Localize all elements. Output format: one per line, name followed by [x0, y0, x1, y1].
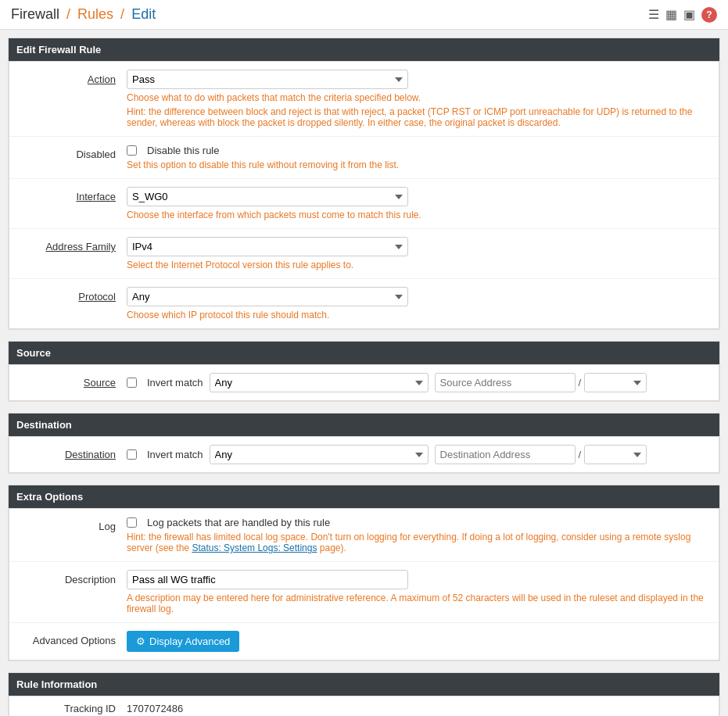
source-panel: Source Invert match Any Network Single h…: [9, 364, 719, 401]
breadcrumb-edit: Edit: [131, 6, 156, 22]
destination-header: Destination: [9, 413, 719, 436]
source-label: Source: [17, 373, 127, 388]
main-content: Edit Firewall Rule Action Pass Block Rej…: [0, 30, 728, 716]
source-mask-select[interactable]: [584, 373, 647, 392]
source-section: Source Source Invert match Any Network S…: [8, 341, 720, 402]
rule-information-section: Rule Information Tracking ID 1707072486 …: [8, 672, 720, 716]
log-row: Log Log packets that are handled by this…: [9, 509, 719, 562]
action-hint1: Choose what to do with packets that matc…: [127, 92, 711, 103]
tracking-id-label: Tracking ID: [17, 703, 127, 714]
extra-options-section: Extra Options Log Log packets that are h…: [8, 485, 720, 661]
protocol-row: Protocol Any TCP UDP TCP/UDP ICMP Choose…: [9, 279, 719, 328]
source-row: Source Invert match Any Network Single h…: [9, 365, 719, 400]
log-hint-link[interactable]: Status: System Logs: Settings: [192, 542, 317, 553]
breadcrumb-firewall[interactable]: Firewall: [11, 6, 59, 22]
disabled-checkbox[interactable]: [127, 145, 137, 156]
disabled-label: Disabled: [17, 145, 127, 160]
advanced-options-label: Advanced Options: [17, 631, 127, 646]
edit-firewall-rule-header: Edit Firewall Rule: [9, 38, 719, 61]
advanced-options-content: ⚙ Display Advanced: [127, 631, 711, 652]
address-family-select[interactable]: IPv4 IPv6 IPv4+IPv6: [127, 237, 408, 256]
advanced-options-row: Advanced Options ⚙ Display Advanced: [9, 623, 719, 660]
description-row: Description A description may be entered…: [9, 562, 719, 623]
destination-panel: Destination Invert match Any Network Sin…: [9, 436, 719, 473]
tracking-id-row: Tracking ID 1707072486: [9, 696, 719, 716]
disabled-row: Disabled Disable this rule Set this opti…: [9, 137, 719, 179]
address-family-hint: Select the Internet Protocol version thi…: [127, 260, 711, 270]
list-icon[interactable]: ☰: [648, 7, 659, 22]
top-icons: ☰ ▦ ▣ ?: [648, 7, 717, 23]
display-advanced-label: Display Advanced: [149, 635, 230, 647]
description-hint: A description may be entered here for ad…: [127, 592, 711, 614]
destination-invert-label: Invert match: [147, 449, 203, 460]
action-select[interactable]: Pass Block Reject: [127, 70, 408, 89]
question-icon[interactable]: ?: [701, 7, 717, 23]
interface-row: Interface S_WG0 Choose the interface fro…: [9, 179, 719, 229]
log-content: Log packets that are handled by this rul…: [127, 517, 711, 553]
destination-addr-sep: /: [577, 449, 583, 460]
description-label: Description: [17, 570, 127, 585]
protocol-select[interactable]: Any TCP UDP TCP/UDP ICMP: [127, 287, 408, 306]
destination-type-select[interactable]: Any Network Single host or alias: [210, 445, 429, 464]
sep2: /: [120, 6, 124, 22]
grid-icon[interactable]: ▣: [683, 7, 695, 22]
description-input[interactable]: [127, 570, 408, 589]
protocol-hint: Choose which IP protocol this rule shoul…: [127, 310, 711, 320]
destination-label: Destination: [17, 445, 127, 460]
address-family-content: IPv4 IPv6 IPv4+IPv6 Select the Internet …: [127, 237, 711, 270]
protocol-content: Any TCP UDP TCP/UDP ICMP Choose which IP…: [127, 287, 711, 320]
source-addr-sep: /: [577, 377, 583, 388]
destination-section: Destination Destination Invert match Any…: [8, 413, 720, 474]
destination-row: Destination Invert match Any Network Sin…: [9, 437, 719, 472]
action-row: Action Pass Block Reject Choose what to …: [9, 62, 719, 137]
display-advanced-button[interactable]: ⚙ Display Advanced: [127, 631, 239, 652]
action-content: Pass Block Reject Choose what to do with…: [127, 70, 711, 128]
description-content: A description may be entered here for ad…: [127, 570, 711, 614]
source-content: Invert match Any Network Single host or …: [127, 373, 711, 392]
sep1: /: [66, 6, 70, 22]
source-invert-label: Invert match: [147, 377, 203, 388]
protocol-label: Protocol: [17, 287, 127, 303]
breadcrumb: Firewall / Rules / Edit: [11, 6, 156, 23]
interface-hint: Choose the interface from which packets …: [127, 209, 711, 220]
log-label: Log: [17, 517, 127, 532]
action-label: Action: [17, 70, 127, 85]
destination-mask-select[interactable]: [584, 445, 647, 464]
log-checkbox[interactable]: [127, 517, 137, 528]
log-checkbox-label: Log packets that are handled by this rul…: [147, 517, 330, 528]
edit-firewall-rule-panel: Action Pass Block Reject Choose what to …: [9, 61, 719, 329]
rule-information-panel: Tracking ID 1707072486 Created 2/4/24 18…: [9, 696, 719, 716]
tracking-id-value: 1707072486: [127, 703, 711, 714]
gear-icon: ⚙: [136, 635, 145, 647]
extra-options-panel: Log Log packets that are handled by this…: [9, 508, 719, 661]
disabled-hint: Set this option to disable this rule wit…: [127, 159, 711, 170]
extra-options-header: Extra Options: [9, 485, 719, 508]
interface-content: S_WG0 Choose the interface from which pa…: [127, 187, 711, 220]
breadcrumb-rules[interactable]: Rules: [77, 6, 113, 22]
chart-icon[interactable]: ▦: [665, 7, 677, 22]
edit-firewall-rule-section: Edit Firewall Rule Action Pass Block Rej…: [8, 38, 720, 330]
source-invert-checkbox[interactable]: [127, 378, 137, 388]
interface-select[interactable]: S_WG0: [127, 187, 408, 206]
interface-label: Interface: [17, 187, 127, 202]
address-family-row: Address Family IPv4 IPv6 IPv4+IPv6 Selec…: [9, 229, 719, 279]
top-bar: Firewall / Rules / Edit ☰ ▦ ▣ ?: [0, 0, 728, 30]
source-type-select[interactable]: Any Network Single host or alias: [210, 373, 429, 392]
source-header: Source: [9, 342, 719, 364]
disabled-content: Disable this rule Set this option to dis…: [127, 145, 711, 170]
destination-address-input[interactable]: [435, 445, 576, 464]
destination-invert-checkbox[interactable]: [127, 449, 137, 460]
destination-addr-group: /: [435, 445, 647, 464]
source-addr-group: /: [435, 373, 647, 392]
disabled-checkbox-label: Disable this rule: [147, 145, 220, 156]
log-hint: Hint: the firewall has limited local log…: [127, 532, 711, 553]
action-hint2: Hint: the difference between block and r…: [127, 106, 711, 128]
source-address-input[interactable]: [435, 373, 576, 392]
rule-information-header: Rule Information: [9, 673, 719, 696]
destination-content: Invert match Any Network Single host or …: [127, 445, 711, 464]
address-family-label: Address Family: [17, 237, 127, 252]
